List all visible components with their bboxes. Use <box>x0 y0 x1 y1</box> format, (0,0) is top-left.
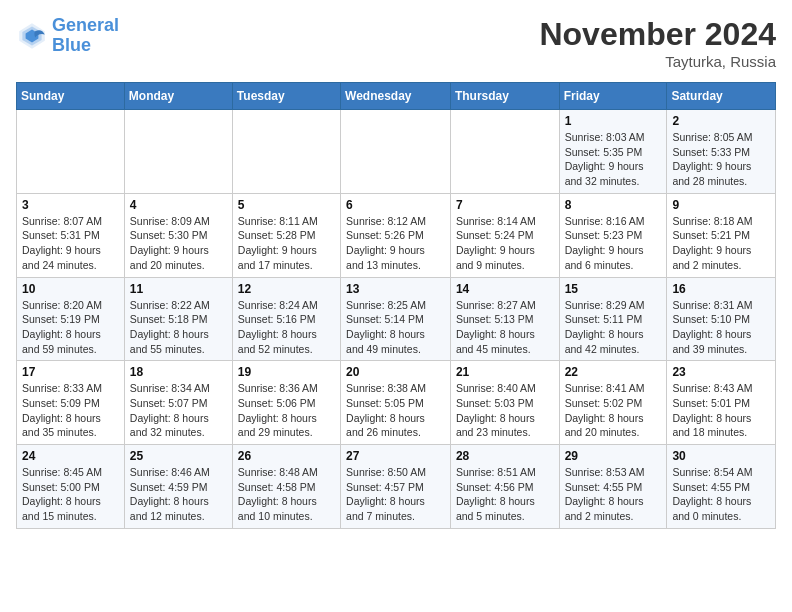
day-number: 7 <box>456 198 554 212</box>
header-day: Sunday <box>17 83 125 110</box>
header-day: Friday <box>559 83 667 110</box>
day-info: Sunrise: 8:11 AMSunset: 5:28 PMDaylight:… <box>238 214 335 273</box>
day-info: Sunrise: 8:40 AMSunset: 5:03 PMDaylight:… <box>456 381 554 440</box>
day-info: Sunrise: 8:14 AMSunset: 5:24 PMDaylight:… <box>456 214 554 273</box>
day-number: 6 <box>346 198 445 212</box>
day-info: Sunrise: 8:43 AMSunset: 5:01 PMDaylight:… <box>672 381 770 440</box>
header-day: Saturday <box>667 83 776 110</box>
calendar-cell: 26Sunrise: 8:48 AMSunset: 4:58 PMDayligh… <box>232 445 340 529</box>
day-info: Sunrise: 8:05 AMSunset: 5:33 PMDaylight:… <box>672 130 770 189</box>
day-number: 22 <box>565 365 662 379</box>
day-number: 11 <box>130 282 227 296</box>
calendar-header: SundayMondayTuesdayWednesdayThursdayFrid… <box>17 83 776 110</box>
day-number: 15 <box>565 282 662 296</box>
day-info: Sunrise: 8:24 AMSunset: 5:16 PMDaylight:… <box>238 298 335 357</box>
day-info: Sunrise: 8:50 AMSunset: 4:57 PMDaylight:… <box>346 465 445 524</box>
header-day: Tuesday <box>232 83 340 110</box>
day-info: Sunrise: 8:22 AMSunset: 5:18 PMDaylight:… <box>130 298 227 357</box>
day-number: 28 <box>456 449 554 463</box>
logo: General Blue <box>16 16 119 56</box>
calendar-cell: 23Sunrise: 8:43 AMSunset: 5:01 PMDayligh… <box>667 361 776 445</box>
page-header: General Blue November 2024 Tayturka, Rus… <box>16 16 776 70</box>
day-number: 25 <box>130 449 227 463</box>
day-number: 2 <box>672 114 770 128</box>
day-info: Sunrise: 8:38 AMSunset: 5:05 PMDaylight:… <box>346 381 445 440</box>
logo-line1: General <box>52 15 119 35</box>
day-info: Sunrise: 8:29 AMSunset: 5:11 PMDaylight:… <box>565 298 662 357</box>
day-info: Sunrise: 8:07 AMSunset: 5:31 PMDaylight:… <box>22 214 119 273</box>
calendar-cell: 30Sunrise: 8:54 AMSunset: 4:55 PMDayligh… <box>667 445 776 529</box>
day-info: Sunrise: 8:18 AMSunset: 5:21 PMDaylight:… <box>672 214 770 273</box>
calendar-cell <box>17 110 125 194</box>
header-day: Wednesday <box>341 83 451 110</box>
day-info: Sunrise: 8:51 AMSunset: 4:56 PMDaylight:… <box>456 465 554 524</box>
day-number: 17 <box>22 365 119 379</box>
day-number: 5 <box>238 198 335 212</box>
day-info: Sunrise: 8:45 AMSunset: 5:00 PMDaylight:… <box>22 465 119 524</box>
calendar-cell: 18Sunrise: 8:34 AMSunset: 5:07 PMDayligh… <box>124 361 232 445</box>
day-info: Sunrise: 8:09 AMSunset: 5:30 PMDaylight:… <box>130 214 227 273</box>
day-number: 16 <box>672 282 770 296</box>
calendar-cell: 29Sunrise: 8:53 AMSunset: 4:55 PMDayligh… <box>559 445 667 529</box>
day-info: Sunrise: 8:54 AMSunset: 4:55 PMDaylight:… <box>672 465 770 524</box>
calendar-cell <box>450 110 559 194</box>
day-info: Sunrise: 8:36 AMSunset: 5:06 PMDaylight:… <box>238 381 335 440</box>
calendar-cell: 6Sunrise: 8:12 AMSunset: 5:26 PMDaylight… <box>341 193 451 277</box>
calendar-cell: 10Sunrise: 8:20 AMSunset: 5:19 PMDayligh… <box>17 277 125 361</box>
calendar-cell: 22Sunrise: 8:41 AMSunset: 5:02 PMDayligh… <box>559 361 667 445</box>
calendar: SundayMondayTuesdayWednesdayThursdayFrid… <box>16 82 776 529</box>
day-number: 10 <box>22 282 119 296</box>
day-info: Sunrise: 8:03 AMSunset: 5:35 PMDaylight:… <box>565 130 662 189</box>
day-number: 30 <box>672 449 770 463</box>
calendar-week: 10Sunrise: 8:20 AMSunset: 5:19 PMDayligh… <box>17 277 776 361</box>
calendar-cell <box>232 110 340 194</box>
calendar-cell: 9Sunrise: 8:18 AMSunset: 5:21 PMDaylight… <box>667 193 776 277</box>
day-info: Sunrise: 8:41 AMSunset: 5:02 PMDaylight:… <box>565 381 662 440</box>
location: Tayturka, Russia <box>539 53 776 70</box>
calendar-cell: 21Sunrise: 8:40 AMSunset: 5:03 PMDayligh… <box>450 361 559 445</box>
calendar-cell: 16Sunrise: 8:31 AMSunset: 5:10 PMDayligh… <box>667 277 776 361</box>
calendar-cell: 19Sunrise: 8:36 AMSunset: 5:06 PMDayligh… <box>232 361 340 445</box>
calendar-cell: 4Sunrise: 8:09 AMSunset: 5:30 PMDaylight… <box>124 193 232 277</box>
day-info: Sunrise: 8:33 AMSunset: 5:09 PMDaylight:… <box>22 381 119 440</box>
day-number: 3 <box>22 198 119 212</box>
day-number: 23 <box>672 365 770 379</box>
day-info: Sunrise: 8:16 AMSunset: 5:23 PMDaylight:… <box>565 214 662 273</box>
logo-line2: Blue <box>52 35 91 55</box>
calendar-cell: 11Sunrise: 8:22 AMSunset: 5:18 PMDayligh… <box>124 277 232 361</box>
day-number: 18 <box>130 365 227 379</box>
calendar-cell: 5Sunrise: 8:11 AMSunset: 5:28 PMDaylight… <box>232 193 340 277</box>
logo-text: General Blue <box>52 16 119 56</box>
day-info: Sunrise: 8:20 AMSunset: 5:19 PMDaylight:… <box>22 298 119 357</box>
day-number: 9 <box>672 198 770 212</box>
month-title: November 2024 <box>539 16 776 53</box>
calendar-cell: 17Sunrise: 8:33 AMSunset: 5:09 PMDayligh… <box>17 361 125 445</box>
calendar-cell: 25Sunrise: 8:46 AMSunset: 4:59 PMDayligh… <box>124 445 232 529</box>
day-number: 27 <box>346 449 445 463</box>
calendar-cell: 1Sunrise: 8:03 AMSunset: 5:35 PMDaylight… <box>559 110 667 194</box>
day-number: 20 <box>346 365 445 379</box>
day-number: 21 <box>456 365 554 379</box>
day-info: Sunrise: 8:34 AMSunset: 5:07 PMDaylight:… <box>130 381 227 440</box>
day-number: 13 <box>346 282 445 296</box>
day-number: 24 <box>22 449 119 463</box>
day-number: 12 <box>238 282 335 296</box>
day-info: Sunrise: 8:48 AMSunset: 4:58 PMDaylight:… <box>238 465 335 524</box>
calendar-week: 17Sunrise: 8:33 AMSunset: 5:09 PMDayligh… <box>17 361 776 445</box>
calendar-cell: 24Sunrise: 8:45 AMSunset: 5:00 PMDayligh… <box>17 445 125 529</box>
calendar-week: 1Sunrise: 8:03 AMSunset: 5:35 PMDaylight… <box>17 110 776 194</box>
day-number: 1 <box>565 114 662 128</box>
day-info: Sunrise: 8:31 AMSunset: 5:10 PMDaylight:… <box>672 298 770 357</box>
day-number: 26 <box>238 449 335 463</box>
day-info: Sunrise: 8:27 AMSunset: 5:13 PMDaylight:… <box>456 298 554 357</box>
calendar-cell: 8Sunrise: 8:16 AMSunset: 5:23 PMDaylight… <box>559 193 667 277</box>
calendar-cell: 14Sunrise: 8:27 AMSunset: 5:13 PMDayligh… <box>450 277 559 361</box>
calendar-cell <box>341 110 451 194</box>
day-number: 14 <box>456 282 554 296</box>
day-number: 19 <box>238 365 335 379</box>
calendar-body: 1Sunrise: 8:03 AMSunset: 5:35 PMDaylight… <box>17 110 776 529</box>
header-day: Monday <box>124 83 232 110</box>
day-info: Sunrise: 8:25 AMSunset: 5:14 PMDaylight:… <box>346 298 445 357</box>
calendar-cell: 12Sunrise: 8:24 AMSunset: 5:16 PMDayligh… <box>232 277 340 361</box>
day-number: 29 <box>565 449 662 463</box>
